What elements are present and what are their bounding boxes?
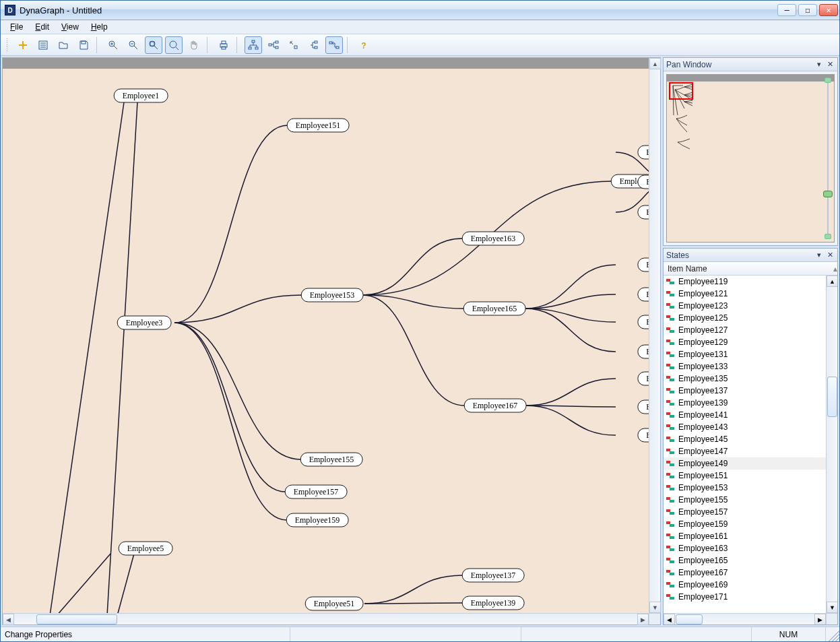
states-column-header[interactable]: Item Name ▴ bbox=[664, 262, 837, 276]
pan-window-canvas[interactable] bbox=[666, 74, 835, 243]
menu-file[interactable]: File bbox=[5, 21, 28, 33]
pan-zoom-slider[interactable] bbox=[823, 77, 833, 239]
states-row[interactable]: Employee167 bbox=[664, 567, 826, 579]
menu-edit[interactable]: Edit bbox=[30, 21, 55, 33]
toolbar-layout-swap[interactable] bbox=[325, 36, 343, 54]
svg-rect-8 bbox=[222, 41, 226, 44]
graph-node[interactable]: Employee137 bbox=[462, 569, 525, 583]
states-row[interactable]: Employee169 bbox=[664, 579, 826, 591]
scroll-left-icon[interactable]: ◀ bbox=[3, 614, 14, 625]
graph-node[interactable]: Employee3 bbox=[117, 316, 172, 330]
toolbar-layout-tree[interactable] bbox=[245, 36, 262, 54]
states-row[interactable]: Employee135 bbox=[664, 373, 826, 385]
states-row[interactable]: Employee139 bbox=[664, 397, 826, 409]
states-row[interactable]: Employee131 bbox=[664, 348, 826, 360]
toolbar-help[interactable]: ? bbox=[355, 36, 373, 54]
graph-node[interactable]: Employee165 bbox=[463, 302, 526, 316]
states-row[interactable]: Employee149 bbox=[664, 457, 826, 470]
scroll-right-icon[interactable]: ▶ bbox=[637, 614, 649, 625]
states-row[interactable]: Employee143 bbox=[664, 421, 826, 433]
graph-node[interactable]: Employee1 bbox=[114, 89, 168, 103]
states-row[interactable]: Employee155 bbox=[664, 494, 826, 506]
states-row[interactable]: Employee121 bbox=[664, 288, 826, 300]
graph-node[interactable]: Employee153 bbox=[301, 288, 364, 302]
toolbar-layout-vert[interactable] bbox=[285, 36, 302, 54]
states-row[interactable]: Employee163 bbox=[664, 542, 826, 554]
graph-canvas[interactable]: Employee1Employee3Employee5Employee151Em… bbox=[3, 69, 660, 624]
scroll-down-icon[interactable]: ▼ bbox=[827, 602, 837, 613]
node-icon bbox=[666, 423, 676, 431]
states-header[interactable]: States ▾ ✕ bbox=[664, 249, 837, 262]
states-row[interactable]: Employee129 bbox=[664, 336, 826, 348]
states-row[interactable]: Employee157 bbox=[664, 506, 826, 518]
panel-menu-icon[interactable]: ▾ bbox=[814, 251, 824, 260]
scroll-down-icon[interactable]: ▼ bbox=[649, 602, 661, 613]
panel-close-icon[interactable]: ✕ bbox=[825, 60, 835, 69]
states-row[interactable]: Employee171 bbox=[664, 591, 826, 603]
maximize-button[interactable]: ☐ bbox=[798, 4, 817, 16]
graph-node[interactable]: Employee139 bbox=[462, 596, 525, 610]
zoom-in-cap-icon[interactable] bbox=[825, 77, 831, 83]
scroll-up-icon[interactable]: ▲ bbox=[649, 58, 661, 69]
states-row[interactable]: Employee165 bbox=[664, 554, 826, 567]
toolbar-zoom-fit[interactable] bbox=[145, 36, 162, 54]
zoom-slider-knob[interactable] bbox=[823, 191, 833, 197]
states-row[interactable]: Employee145 bbox=[664, 433, 826, 445]
states-row[interactable]: Employee133 bbox=[664, 360, 826, 373]
scroll-up-icon[interactable]: ▲ bbox=[827, 276, 837, 287]
scroll-thumb-horizontal[interactable] bbox=[676, 614, 703, 624]
states-row[interactable]: Employee147 bbox=[664, 445, 826, 457]
states-row-label: Employee119 bbox=[678, 277, 728, 286]
graph-node[interactable]: Employee157 bbox=[285, 485, 348, 499]
toolbar-properties[interactable] bbox=[34, 36, 52, 54]
toolbar-print[interactable] bbox=[215, 36, 232, 54]
toolbar-new-node[interactable] bbox=[14, 36, 32, 54]
states-row[interactable]: Employee141 bbox=[664, 409, 826, 421]
states-row[interactable]: Employee153 bbox=[664, 482, 826, 494]
toolbar-zoom-in[interactable] bbox=[104, 36, 122, 54]
close-button[interactable]: ✕ bbox=[819, 4, 838, 16]
states-scrollbar-vertical[interactable]: ▲ ▼ bbox=[826, 276, 837, 613]
toolbar-open[interactable] bbox=[55, 36, 72, 54]
pan-window-header[interactable]: Pan Window ▾ ✕ bbox=[664, 58, 837, 71]
menu-help[interactable]: Help bbox=[86, 21, 113, 33]
graph-node[interactable]: Employee51 bbox=[305, 597, 364, 611]
scroll-thumb-horizontal[interactable] bbox=[36, 614, 117, 624]
states-row[interactable]: Employee161 bbox=[664, 530, 826, 542]
toolbar-save[interactable] bbox=[75, 36, 92, 54]
states-row[interactable]: Employee119 bbox=[664, 276, 826, 288]
states-row-label: Employee147 bbox=[678, 447, 728, 456]
toolbar-zoom-region[interactable] bbox=[165, 36, 183, 54]
states-row[interactable]: Employee151 bbox=[664, 470, 826, 482]
graph-node[interactable]: Employee163 bbox=[462, 232, 525, 246]
states-row[interactable]: Employee123 bbox=[664, 300, 826, 312]
toolbar-pan[interactable] bbox=[185, 36, 203, 54]
panel-close-icon[interactable]: ✕ bbox=[825, 251, 835, 260]
menu-view[interactable]: View bbox=[56, 21, 84, 33]
toolbar-layout-branch[interactable] bbox=[305, 36, 323, 54]
states-row[interactable]: Employee137 bbox=[664, 385, 826, 397]
scroll-right-icon[interactable]: ▶ bbox=[814, 614, 826, 624]
graph-node[interactable]: Employee167 bbox=[464, 399, 527, 413]
states-row[interactable]: Employee125 bbox=[664, 312, 826, 324]
canvas-scrollbar-vertical[interactable]: ▲ ▼ bbox=[649, 58, 660, 613]
pan-viewport-rect[interactable] bbox=[669, 82, 693, 100]
panel-menu-icon[interactable]: ▾ bbox=[814, 60, 824, 69]
minimize-button[interactable]: — bbox=[777, 4, 796, 16]
graph-node[interactable]: Employee155 bbox=[300, 453, 363, 467]
graph-node[interactable]: Employee159 bbox=[286, 513, 349, 527]
scroll-left-icon[interactable]: ◀ bbox=[664, 614, 675, 624]
toolbar-zoom-out[interactable] bbox=[125, 36, 142, 54]
states-scrollbar-horizontal[interactable]: ◀ ▶ bbox=[664, 613, 826, 624]
canvas-scrollbar-horizontal[interactable]: ◀ ▶ bbox=[3, 613, 649, 624]
states-row[interactable]: Employee127 bbox=[664, 324, 826, 336]
graph-node[interactable]: Employee151 bbox=[287, 119, 350, 133]
scroll-thumb-vertical[interactable] bbox=[827, 377, 837, 417]
states-list[interactable]: Employee119Employee121Employee123Employe… bbox=[664, 276, 837, 624]
toolbar-grip[interactable] bbox=[6, 38, 9, 53]
resize-grip-icon[interactable] bbox=[826, 627, 839, 641]
states-row[interactable]: Employee159 bbox=[664, 518, 826, 530]
graph-node[interactable]: Employee5 bbox=[119, 542, 173, 556]
toolbar-layout-horiz[interactable] bbox=[265, 36, 282, 54]
zoom-out-cap-icon[interactable] bbox=[825, 234, 831, 239]
